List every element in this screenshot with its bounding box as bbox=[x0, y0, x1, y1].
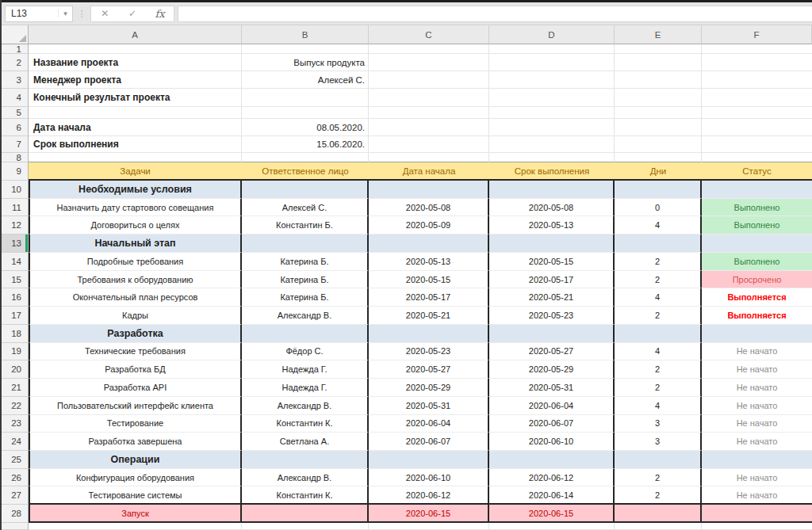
row-header[interactable]: 26 bbox=[0, 469, 29, 487]
formula-input[interactable] bbox=[178, 6, 812, 22]
cell-A1[interactable] bbox=[29, 44, 242, 54]
row-header[interactable]: 3 bbox=[0, 71, 29, 89]
cell-E10[interactable] bbox=[615, 181, 702, 199]
cell-D2[interactable] bbox=[489, 54, 615, 71]
cell-B12[interactable]: Константин Б. bbox=[242, 216, 369, 234]
cell-D10[interactable] bbox=[489, 181, 615, 199]
cell-C5[interactable] bbox=[369, 107, 489, 119]
row-header[interactable]: 23 bbox=[0, 415, 29, 433]
cell-D13[interactable] bbox=[489, 234, 615, 253]
cell-B13[interactable] bbox=[242, 234, 369, 253]
cell-E2[interactable] bbox=[615, 54, 702, 71]
cell-C17[interactable]: 2020-05-21 bbox=[369, 307, 489, 325]
cell-F5[interactable] bbox=[702, 107, 812, 119]
cell-E22[interactable]: 4 bbox=[615, 397, 702, 415]
cell-F22[interactable]: Не начато bbox=[702, 397, 812, 415]
cell-E3[interactable] bbox=[615, 71, 702, 89]
row-header[interactable]: 16 bbox=[0, 288, 29, 307]
cell-E23[interactable]: 3 bbox=[615, 415, 702, 433]
enter-icon[interactable]: ✓ bbox=[121, 8, 144, 19]
cell-E8[interactable] bbox=[615, 153, 702, 162]
cell-D3[interactable] bbox=[489, 71, 615, 89]
cell-D-partial[interactable] bbox=[489, 523, 615, 530]
row-header[interactable]: 17 bbox=[0, 307, 29, 325]
cell-C11[interactable]: 2020-05-08 bbox=[369, 199, 489, 217]
cell-D28[interactable]: 2020-06-15 bbox=[489, 505, 615, 523]
cell-C3[interactable] bbox=[369, 71, 489, 89]
cell-A11[interactable]: Назначить дату стартового совещания bbox=[29, 199, 242, 217]
cell-A28[interactable]: Запуск bbox=[29, 505, 242, 523]
cell-C7[interactable] bbox=[369, 136, 489, 153]
cell-E12[interactable]: 4 bbox=[615, 216, 702, 234]
cell-D23[interactable]: 2020-06-07 bbox=[489, 415, 615, 433]
cell-A6[interactable]: Дата начала bbox=[29, 119, 242, 136]
cell-E17[interactable]: 2 bbox=[615, 307, 702, 325]
cell-C12[interactable]: 2020-05-09 bbox=[369, 216, 489, 234]
cell-A5[interactable] bbox=[29, 107, 242, 119]
cell-B-partial[interactable] bbox=[242, 523, 369, 530]
row-header[interactable]: 9 bbox=[0, 162, 29, 181]
column-header-F[interactable]: F bbox=[702, 25, 812, 44]
cell-C-partial[interactable] bbox=[369, 523, 489, 530]
cell-E18[interactable] bbox=[615, 325, 702, 343]
cell-C20[interactable]: 2020-05-27 bbox=[369, 360, 489, 379]
cell-C2[interactable] bbox=[369, 54, 489, 71]
table-header-d9[interactable]: Срок выполнения bbox=[489, 162, 615, 181]
cell-F14[interactable]: Выполнено bbox=[702, 253, 812, 271]
cell-E14[interactable]: 2 bbox=[615, 253, 702, 271]
cell-E21[interactable]: 2 bbox=[615, 379, 702, 397]
cell-E24[interactable]: 3 bbox=[615, 433, 702, 451]
cell-A23[interactable]: Тестирование bbox=[29, 415, 242, 433]
row-header[interactable]: 4 bbox=[0, 89, 29, 107]
cell-B7[interactable]: 15.06.2020. bbox=[242, 136, 369, 153]
column-header-B[interactable]: B bbox=[242, 25, 369, 44]
cell-D12[interactable]: 2020-05-13 bbox=[489, 216, 615, 234]
cell-F15[interactable]: Просрочено bbox=[702, 271, 812, 289]
cell-B5[interactable] bbox=[242, 107, 369, 119]
cell-B27[interactable]: Константин К. bbox=[242, 486, 369, 505]
cell-F8[interactable] bbox=[702, 153, 812, 162]
cell-C28[interactable]: 2020-06-15 bbox=[369, 505, 489, 523]
row-header[interactable]: 10 bbox=[0, 181, 29, 199]
cell-E19[interactable]: 4 bbox=[615, 343, 702, 361]
cell-A7[interactable]: Срок выполнения bbox=[29, 136, 242, 153]
cell-B6[interactable]: 08.05.2020. bbox=[242, 119, 369, 136]
cell-D25[interactable] bbox=[489, 451, 615, 469]
cell-F11[interactable]: Выполнено bbox=[702, 199, 812, 217]
cell-D8[interactable] bbox=[489, 153, 615, 162]
cell-F10[interactable] bbox=[702, 181, 812, 199]
cell-F20[interactable]: Не начато bbox=[702, 360, 812, 379]
cell-A19[interactable]: Технические требования bbox=[29, 343, 242, 361]
cell-E25[interactable] bbox=[615, 451, 702, 469]
cell-A20[interactable]: Разработка БД bbox=[29, 360, 242, 379]
table-header-a9[interactable]: Задачи bbox=[29, 162, 242, 181]
cell-C19[interactable]: 2020-05-23 bbox=[369, 343, 489, 361]
name-box-dropdown-icon[interactable]: ▾ bbox=[58, 10, 72, 17]
cell-A-partial[interactable] bbox=[29, 523, 242, 530]
cell-B28[interactable] bbox=[242, 505, 369, 523]
cell-C25[interactable] bbox=[369, 451, 489, 469]
cell-D6[interactable] bbox=[489, 119, 615, 136]
row-header[interactable]: 15 bbox=[0, 271, 29, 289]
cell-C1[interactable] bbox=[369, 44, 489, 54]
cell-C14[interactable]: 2020-05-13 bbox=[369, 253, 489, 271]
row-header[interactable]: 12 bbox=[0, 216, 29, 234]
table-header-b9[interactable]: Ответственное лицо bbox=[242, 162, 369, 181]
cell-E13[interactable] bbox=[615, 234, 702, 253]
cell-E6[interactable] bbox=[615, 119, 702, 136]
cell-A3[interactable]: Менеджер проекта bbox=[29, 71, 242, 89]
cell-E11[interactable]: 0 bbox=[615, 199, 702, 217]
cell-D1[interactable] bbox=[489, 44, 615, 54]
cell-C23[interactable]: 2020-06-04 bbox=[369, 415, 489, 433]
cell-D19[interactable]: 2020-05-27 bbox=[489, 343, 615, 361]
cell-B21[interactable]: Надежда Г. bbox=[242, 379, 369, 397]
table-header-f9[interactable]: Статус bbox=[702, 162, 812, 181]
row-header[interactable]: 18 bbox=[0, 325, 29, 343]
column-header-C[interactable]: C bbox=[369, 25, 489, 44]
cell-C13[interactable] bbox=[369, 234, 489, 253]
cell-B24[interactable]: Светлана А. bbox=[242, 433, 369, 451]
select-all-corner[interactable] bbox=[0, 25, 29, 44]
cell-E15[interactable]: 2 bbox=[615, 271, 702, 289]
row-header[interactable]: 22 bbox=[0, 397, 29, 415]
cell-B4[interactable] bbox=[242, 89, 369, 107]
